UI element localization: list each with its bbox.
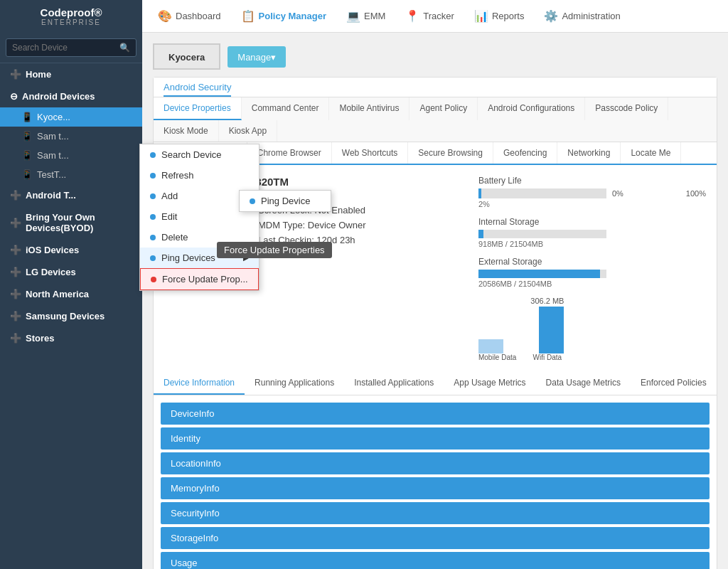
data-charts: Mobile Data 306.2 MB Wifi Data [478,297,706,361]
nav-policy-label: Policy Manager [259,11,326,21]
device-brand-badge: Kyocera [153,43,220,70]
tracker-icon: 📍 [405,9,419,23]
sidebar-item-android-t[interactable]: ➕ Android T... [0,184,142,206]
ctx-search-device[interactable]: Search Device [140,144,259,165]
tab-agent-policy[interactable]: Agent Policy [410,97,478,120]
device-kyocera-label: Kyoce... [37,112,70,122]
btab-data-usage[interactable]: Data Usage Metrics [536,372,631,395]
ctx-force-update[interactable]: Force Update Prop... [140,268,259,290]
device-test-label: TestT... [37,169,66,180]
ping-sub-dot-icon [250,198,255,204]
nav-tracker-label: Tracker [423,11,454,21]
accordion-identity[interactable]: Identity [161,427,710,450]
submenu-ping-device[interactable]: Ping Device [240,191,331,211]
byod-icon: ➕ [10,218,21,228]
nav-reports[interactable]: 📊 Reports [466,0,533,33]
edit-dot-icon [150,214,156,220]
brand-name: Codeproof® [41,6,102,18]
na-icon: ➕ [10,289,21,299]
btab-device-info[interactable]: Device Information [154,372,245,395]
btab-enforced-policies[interactable]: Enforced Policies [631,372,717,395]
tab-kiosk-mode[interactable]: Kiosk Mode [154,120,219,142]
bottom-tabs: Device Information Running Applications … [154,372,717,395]
nav-administration[interactable]: ⚙️ Administration [535,0,628,33]
ctx-ping-label: Ping Devices [161,252,215,263]
search-icon: 🔍 [119,43,130,53]
tab-passcode-policy[interactable]: Passcode Policy [585,97,668,120]
ctx-refresh[interactable]: Refresh [140,165,259,186]
external-storage-section: External Storage 20586MB / 21504MB [478,257,706,288]
ctx-force-label: Force Update Prop... [162,274,248,284]
device-test-icon: 📱 [21,169,33,180]
nav-emm[interactable]: 💻 EMM [338,0,394,33]
mobile-data-chart: Mobile Data [478,297,516,361]
admin-icon: ⚙️ [544,9,558,23]
sidebar-item-stores[interactable]: ➕ Stores [0,327,142,349]
accordion-storage-info[interactable]: StorageInfo [161,527,710,549]
sidebar-item-lg[interactable]: ➕ LG Devices [0,261,142,283]
nav-dashboard[interactable]: 🎨 Dashboard [149,0,230,33]
ctx-search-label: Search Device [161,149,222,160]
sidebar-lg-label: LG Devices [26,267,76,277]
accordion-usage[interactable]: Usage [161,552,710,569]
nav-reports-label: Reports [492,11,525,21]
battery-section: Battery Life 0% 100% 2% [478,176,706,208]
manage-button[interactable]: Manage▾ [228,46,286,68]
tab-web-shortcuts[interactable]: Web Shortcuts [332,142,408,164]
nav-policy-manager[interactable]: 📋 Policy Manager [232,0,335,33]
accordion-location-info[interactable]: LocationInfo [161,452,710,474]
nav-tracker[interactable]: 📍 Tracker [397,0,463,33]
home-plus-icon: ➕ [10,69,21,80]
sidebar-device-kyocera[interactable]: 📱 Kyoce... [0,107,142,127]
nav-dashboard-label: Dashboard [176,11,221,21]
delete-dot-icon [150,235,156,240]
tab-networking[interactable]: Networking [557,142,621,164]
device-sam1-label: Sam t... [37,131,69,142]
tab-locate-me[interactable]: Locate Me [621,142,681,164]
btab-app-usage[interactable]: App Usage Metrics [444,372,535,395]
tab-chrome-browser[interactable]: Chrome Browser [247,142,332,164]
sidebar-device-sam2[interactable]: 📱 Sam t... [0,146,142,165]
tab-mobile-antivirus[interactable]: Mobile Antivirus [329,97,410,120]
sidebar-item-android-devices[interactable]: ⊖ Android Devices [0,85,142,107]
sidebar-na-label: North America [26,289,89,299]
wifi-mb: 306.2 MB [530,297,564,305]
tab-kiosk-app[interactable]: Kiosk App [219,120,277,142]
sidebar-item-samsung[interactable]: ➕ Samsung Devices [0,305,142,327]
accordion-security-info[interactable]: SecurityInfo [161,502,710,524]
device-phone-icon: 📱 [21,112,33,122]
device-sam2-label: Sam t... [37,150,69,161]
accordion-memory-info[interactable]: MemoryInfo [161,477,710,499]
sidebar-android-t-label: Android T... [26,190,76,201]
tab-android-configurations[interactable]: Android Configurations [478,97,585,120]
sidebar-device-test[interactable]: 📱 TestT... [0,165,142,184]
battery-label: Battery Life [478,176,706,186]
internal-storage-section: Internal Storage 918MB / 21504MB [478,217,706,248]
sidebar-item-north-america[interactable]: ➕ North America [0,283,142,305]
brand-logo: Codeproof® ENTERPRISE [0,0,142,33]
ctx-delete-label: Delete [161,232,188,243]
nav-bar: 🎨 Dashboard 📋 Policy Manager 💻 EMM 📍 Tra… [142,0,629,33]
refresh-dot-icon [150,173,156,179]
force-dot-icon [151,277,156,282]
search-input[interactable] [6,38,136,57]
sidebar-item-home[interactable]: ➕ Home [0,63,142,85]
mdm-type-row: 🔒 MDM Type: Device Owner [242,220,457,230]
tab-device-properties[interactable]: Device Properties [154,97,242,120]
sidebar-item-byod[interactable]: ➕ Bring Your Own Devices(BYOD) [0,206,142,239]
internal-storage-used: 918MB / 21504MB [478,240,706,248]
stores-icon: ➕ [10,333,21,344]
tab-secure-browsing[interactable]: Secure Browsing [408,142,493,164]
accordion-device-info[interactable]: DeviceInfo [161,403,710,425]
brand-sub: ENTERPRISE [41,18,101,26]
btab-running-apps[interactable]: Running Applications [245,372,344,395]
sidebar-device-sam1[interactable]: 📱 Sam t... [0,127,142,146]
sidebar-item-ios[interactable]: ➕ iOS Devices [0,239,142,261]
search-box: 🔍 [0,33,142,63]
sidebar-samsung-label: Samsung Devices [26,311,105,321]
tab-geofencing[interactable]: Geofencing [493,142,557,164]
ios-icon: ➕ [10,245,21,255]
tab-android-security[interactable]: Android Security [164,82,231,97]
btab-installed-apps[interactable]: Installed Applications [344,372,444,395]
tab-command-center[interactable]: Command Center [242,97,330,120]
